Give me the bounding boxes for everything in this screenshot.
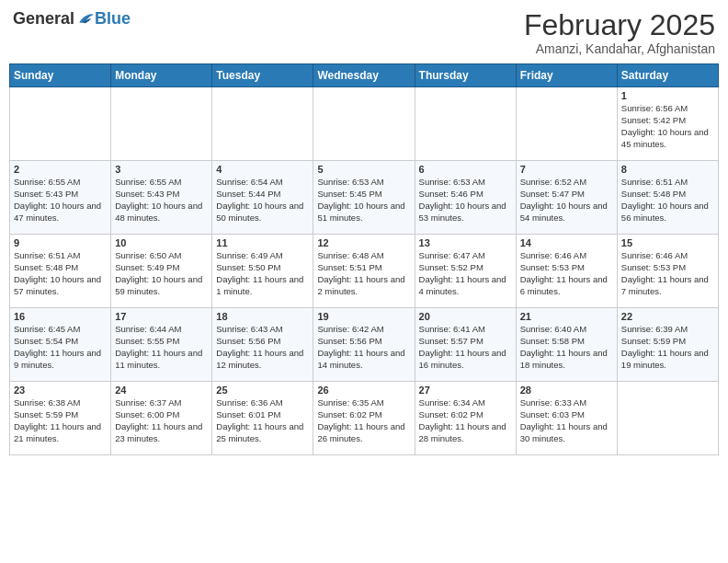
week-row-1: 1Sunrise: 6:56 AM Sunset: 5:42 PM Daylig…	[10, 87, 719, 161]
calendar-cell: 19Sunrise: 6:42 AM Sunset: 5:56 PM Dayli…	[313, 308, 415, 382]
calendar-cell: 2Sunrise: 6:55 AM Sunset: 5:43 PM Daylig…	[10, 161, 111, 235]
day-number: 7	[520, 164, 613, 175]
day-number: 6	[419, 164, 512, 175]
calendar-cell: 5Sunrise: 6:53 AM Sunset: 5:45 PM Daylig…	[313, 161, 415, 235]
calendar-cell: 1Sunrise: 6:56 AM Sunset: 5:42 PM Daylig…	[617, 87, 718, 161]
day-info: Sunrise: 6:37 AM Sunset: 6:00 PM Dayligh…	[115, 397, 208, 444]
calendar-cell: 18Sunrise: 6:43 AM Sunset: 5:56 PM Dayli…	[212, 308, 313, 382]
calendar-cell: 17Sunrise: 6:44 AM Sunset: 5:55 PM Dayli…	[111, 308, 212, 382]
weekday-tuesday: Tuesday	[212, 64, 313, 87]
day-info: Sunrise: 6:38 AM Sunset: 5:59 PM Dayligh…	[14, 397, 107, 444]
logo-bird-icon	[76, 11, 95, 28]
day-info: Sunrise: 6:43 AM Sunset: 5:56 PM Dayligh…	[216, 324, 309, 371]
calendar-cell: 25Sunrise: 6:36 AM Sunset: 6:01 PM Dayli…	[212, 382, 313, 455]
calendar-cell	[415, 87, 516, 161]
weekday-thursday: Thursday	[415, 64, 516, 87]
logo-blue-text: Blue	[95, 9, 131, 29]
day-info: Sunrise: 6:42 AM Sunset: 5:56 PM Dayligh…	[317, 324, 410, 371]
day-info: Sunrise: 6:55 AM Sunset: 5:43 PM Dayligh…	[115, 177, 208, 224]
day-number: 15	[621, 237, 714, 248]
weekday-header-row: SundayMondayTuesdayWednesdayThursdayFrid…	[10, 64, 719, 87]
calendar-cell: 11Sunrise: 6:49 AM Sunset: 5:50 PM Dayli…	[212, 235, 313, 308]
day-number: 12	[317, 237, 410, 248]
day-info: Sunrise: 6:40 AM Sunset: 5:58 PM Dayligh…	[520, 324, 613, 371]
day-number: 16	[14, 311, 107, 322]
day-info: Sunrise: 6:49 AM Sunset: 5:50 PM Dayligh…	[216, 250, 309, 297]
day-info: Sunrise: 6:53 AM Sunset: 5:45 PM Dayligh…	[317, 177, 410, 224]
day-number: 24	[115, 385, 208, 396]
day-number: 4	[216, 164, 309, 175]
day-number: 21	[520, 311, 613, 322]
day-number: 11	[216, 237, 309, 248]
day-number: 25	[216, 385, 309, 396]
day-number: 22	[621, 311, 714, 322]
calendar-cell: 3Sunrise: 6:55 AM Sunset: 5:43 PM Daylig…	[111, 161, 212, 235]
day-info: Sunrise: 6:51 AM Sunset: 5:48 PM Dayligh…	[621, 177, 714, 224]
day-number: 17	[115, 311, 208, 322]
calendar-cell	[617, 382, 718, 455]
calendar-cell: 12Sunrise: 6:48 AM Sunset: 5:51 PM Dayli…	[313, 235, 415, 308]
day-number: 28	[520, 385, 613, 396]
calendar-cell: 23Sunrise: 6:38 AM Sunset: 5:59 PM Dayli…	[10, 382, 111, 455]
calendar-cell: 22Sunrise: 6:39 AM Sunset: 5:59 PM Dayli…	[617, 308, 718, 382]
day-number: 2	[14, 164, 107, 175]
day-number: 27	[419, 385, 512, 396]
calendar-cell	[313, 87, 415, 161]
day-info: Sunrise: 6:50 AM Sunset: 5:49 PM Dayligh…	[115, 250, 208, 297]
calendar-cell: 27Sunrise: 6:34 AM Sunset: 6:02 PM Dayli…	[415, 382, 516, 455]
day-info: Sunrise: 6:51 AM Sunset: 5:48 PM Dayligh…	[14, 250, 107, 297]
day-info: Sunrise: 6:33 AM Sunset: 6:03 PM Dayligh…	[520, 397, 613, 444]
day-info: Sunrise: 6:35 AM Sunset: 6:02 PM Dayligh…	[317, 397, 410, 444]
calendar-cell: 9Sunrise: 6:51 AM Sunset: 5:48 PM Daylig…	[10, 235, 111, 308]
day-number: 18	[216, 311, 309, 322]
day-info: Sunrise: 6:53 AM Sunset: 5:46 PM Dayligh…	[419, 177, 512, 224]
calendar-cell: 28Sunrise: 6:33 AM Sunset: 6:03 PM Dayli…	[516, 382, 617, 455]
week-row-4: 16Sunrise: 6:45 AM Sunset: 5:54 PM Dayli…	[10, 308, 719, 382]
day-info: Sunrise: 6:36 AM Sunset: 6:01 PM Dayligh…	[216, 397, 309, 444]
calendar-cell: 21Sunrise: 6:40 AM Sunset: 5:58 PM Dayli…	[516, 308, 617, 382]
day-number: 1	[621, 90, 714, 101]
day-info: Sunrise: 6:56 AM Sunset: 5:42 PM Dayligh…	[621, 103, 714, 150]
day-info: Sunrise: 6:54 AM Sunset: 5:44 PM Dayligh…	[216, 177, 309, 224]
day-info: Sunrise: 6:45 AM Sunset: 5:54 PM Dayligh…	[14, 324, 107, 371]
day-number: 26	[317, 385, 410, 396]
day-number: 5	[317, 164, 410, 175]
weekday-monday: Monday	[111, 64, 212, 87]
weekday-saturday: Saturday	[617, 64, 718, 87]
calendar-cell: 8Sunrise: 6:51 AM Sunset: 5:48 PM Daylig…	[617, 161, 718, 235]
calendar-cell: 14Sunrise: 6:46 AM Sunset: 5:53 PM Dayli…	[516, 235, 617, 308]
day-info: Sunrise: 6:48 AM Sunset: 5:51 PM Dayligh…	[317, 250, 410, 297]
day-info: Sunrise: 6:46 AM Sunset: 5:53 PM Dayligh…	[621, 250, 714, 297]
logo-general-text: General	[13, 9, 74, 29]
day-number: 19	[317, 311, 410, 322]
day-number: 3	[115, 164, 208, 175]
month-title: February 2025	[524, 9, 715, 41]
calendar-cell: 7Sunrise: 6:52 AM Sunset: 5:47 PM Daylig…	[516, 161, 617, 235]
day-number: 14	[520, 237, 613, 248]
day-number: 20	[419, 311, 512, 322]
week-row-2: 2Sunrise: 6:55 AM Sunset: 5:43 PM Daylig…	[10, 161, 719, 235]
calendar-cell: 20Sunrise: 6:41 AM Sunset: 5:57 PM Dayli…	[415, 308, 516, 382]
weekday-friday: Friday	[516, 64, 617, 87]
calendar-cell	[516, 87, 617, 161]
calendar-cell: 13Sunrise: 6:47 AM Sunset: 5:52 PM Dayli…	[415, 235, 516, 308]
day-info: Sunrise: 6:52 AM Sunset: 5:47 PM Dayligh…	[520, 177, 613, 224]
calendar-cell: 24Sunrise: 6:37 AM Sunset: 6:00 PM Dayli…	[111, 382, 212, 455]
day-info: Sunrise: 6:41 AM Sunset: 5:57 PM Dayligh…	[419, 324, 512, 371]
day-info: Sunrise: 6:55 AM Sunset: 5:43 PM Dayligh…	[14, 177, 107, 224]
weekday-wednesday: Wednesday	[313, 64, 415, 87]
day-info: Sunrise: 6:39 AM Sunset: 5:59 PM Dayligh…	[621, 324, 714, 371]
day-number: 8	[621, 164, 714, 175]
calendar-cell: 16Sunrise: 6:45 AM Sunset: 5:54 PM Dayli…	[10, 308, 111, 382]
calendar-cell: 15Sunrise: 6:46 AM Sunset: 5:53 PM Dayli…	[617, 235, 718, 308]
day-number: 9	[14, 237, 107, 248]
weekday-sunday: Sunday	[10, 64, 111, 87]
calendar-cell	[10, 87, 111, 161]
logo: General Blue	[13, 9, 131, 29]
week-row-3: 9Sunrise: 6:51 AM Sunset: 5:48 PM Daylig…	[10, 235, 719, 308]
calendar-cell	[111, 87, 212, 161]
calendar-cell: 10Sunrise: 6:50 AM Sunset: 5:49 PM Dayli…	[111, 235, 212, 308]
day-number: 10	[115, 237, 208, 248]
day-number: 23	[14, 385, 107, 396]
calendar-cell: 4Sunrise: 6:54 AM Sunset: 5:44 PM Daylig…	[212, 161, 313, 235]
